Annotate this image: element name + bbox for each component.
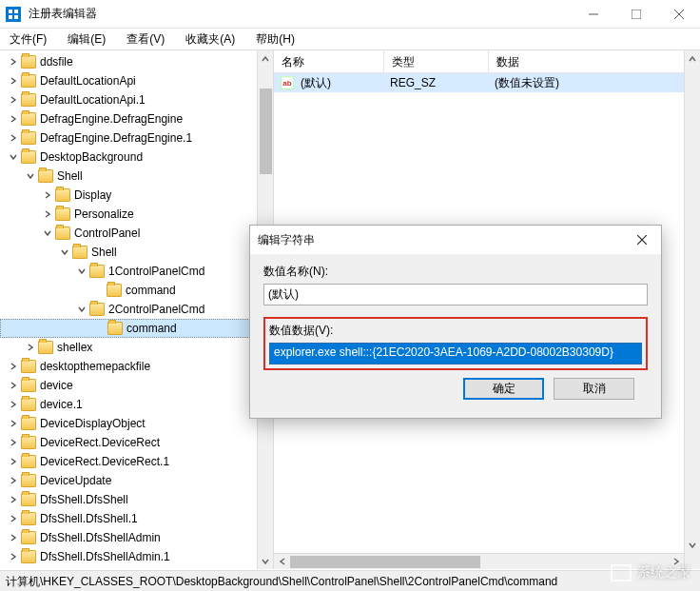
regedit-icon (6, 7, 21, 22)
chevron-down-icon[interactable] (42, 227, 53, 239)
chevron-right-icon[interactable] (42, 208, 53, 220)
chevron-right-icon[interactable] (8, 456, 19, 467)
menubar: 文件(F) 编辑(E) 查看(V) 收藏夹(A) 帮助(H) (0, 29, 700, 49)
folder-icon (21, 512, 36, 525)
chevron-down-icon[interactable] (8, 151, 19, 163)
folder-icon (21, 550, 36, 563)
tree-item-label: ControlPanel (74, 227, 140, 240)
menu-favorites[interactable]: 收藏夹(A) (182, 30, 239, 49)
chevron-down-icon[interactable] (59, 246, 70, 258)
chevron-down-icon[interactable] (25, 170, 36, 182)
list-vertical-scrollbar[interactable] (684, 50, 700, 569)
chevron-right-icon[interactable] (8, 113, 19, 125)
menu-file[interactable]: 文件(F) (6, 30, 50, 49)
tree-item-label: 1ControlPanelCmd (108, 265, 204, 278)
folder-icon (89, 265, 105, 278)
tree-item[interactable]: shellex (0, 338, 273, 357)
tree-view[interactable]: ddsfileDefaultLocationApiDefaultLocation… (0, 50, 273, 569)
tree-item[interactable]: Shell (0, 167, 273, 186)
tree-item[interactable]: Shell (0, 243, 273, 262)
value-name-input[interactable] (263, 284, 648, 305)
maximize-button[interactable] (614, 0, 657, 29)
tree-item[interactable]: DeviceUpdate (0, 471, 273, 490)
tree-item[interactable]: device.1 (0, 395, 273, 414)
tree-item[interactable]: DeviceDisplayObject (0, 414, 273, 433)
tree-item[interactable]: DfsShell.DfsShell (0, 490, 273, 509)
tree-item-label: desktopthemepackfile (40, 360, 150, 373)
tree-item[interactable]: ControlPanel (0, 224, 273, 243)
chevron-right-icon[interactable] (42, 189, 53, 201)
tree-item-label: 2ControlPanelCmd (108, 303, 204, 316)
chevron-right-icon[interactable] (8, 475, 19, 486)
chevron-right-icon[interactable] (25, 342, 36, 353)
dialog-close-button[interactable] (631, 235, 653, 245)
chevron-right-icon[interactable] (8, 94, 19, 106)
menu-edit[interactable]: 编辑(E) (64, 30, 109, 49)
chevron-right-icon[interactable] (8, 380, 19, 391)
tree-item[interactable]: DefragEngine.DefragEngine (0, 109, 273, 128)
close-button[interactable] (657, 0, 700, 29)
tree-item[interactable]: command (0, 281, 273, 300)
tree-item[interactable]: DefaultLocationApi.1 (0, 90, 273, 109)
chevron-right-icon[interactable] (8, 418, 19, 429)
chevron-right-icon[interactable] (8, 75, 19, 87)
chevron-right-icon[interactable] (8, 399, 19, 410)
tree-item-label: DeviceRect.DeviceRect.1 (40, 455, 169, 468)
col-type[interactable]: 类型 (384, 50, 489, 72)
chevron-right-icon[interactable] (8, 56, 19, 68)
tree-item-label: device.1 (40, 398, 83, 411)
value-data-input[interactable]: explorer.exe shell:::{21EC2020-3AEA-1069… (269, 343, 642, 364)
tree-item[interactable]: DfsShell.DfsShellAdmin (0, 528, 273, 547)
edit-string-dialog: 编辑字符串 数值名称(N): 数值数据(V): explorer.exe she… (249, 225, 662, 419)
chevron-right-icon[interactable] (8, 132, 19, 144)
minimize-button[interactable] (572, 0, 614, 29)
tree-item[interactable]: DfsShell.DfsShellAdmin.1 (0, 547, 273, 566)
tree-item[interactable]: command (0, 319, 273, 338)
folder-icon (21, 93, 36, 107)
folder-icon (38, 341, 53, 354)
tree-item[interactable]: Display (0, 186, 273, 205)
titlebar: 注册表编辑器 (0, 0, 700, 29)
dialog-titlebar[interactable]: 编辑字符串 (250, 226, 661, 254)
tree-item[interactable]: ddsfile (0, 52, 273, 71)
tree-item-label: DesktopBackground (40, 150, 143, 164)
chevron-down-icon[interactable] (76, 304, 88, 315)
tree-item[interactable]: DfsShell.DfsShell.1 (0, 509, 273, 528)
menu-help[interactable]: 帮助(H) (252, 30, 299, 49)
tree-item-label: DeviceDisplayObject (40, 417, 146, 430)
svg-rect-2 (9, 15, 12, 19)
cell-type: REG_SZ (390, 76, 495, 89)
chevron-right-icon[interactable] (8, 437, 19, 448)
folder-icon (21, 74, 36, 88)
menu-view[interactable]: 查看(V) (123, 30, 168, 49)
tree-item[interactable]: 2ControlPanelCmd (0, 300, 273, 319)
col-name[interactable]: 名称 (274, 50, 384, 72)
cancel-button[interactable]: 取消 (554, 378, 634, 400)
list-header: 名称 类型 数据 (274, 50, 700, 73)
folder-icon (21, 531, 36, 544)
tree-item[interactable]: DefaultLocationApi (0, 71, 273, 90)
chevron-right-icon[interactable] (8, 532, 19, 543)
list-row[interactable]: ab (默认) REG_SZ (数值未设置) (274, 73, 700, 92)
tree-item[interactable]: DesktopBackground (0, 148, 273, 167)
folder-icon (21, 55, 36, 69)
chevron-right-icon[interactable] (8, 494, 19, 505)
chevron-right-icon[interactable] (8, 361, 19, 372)
tree-item[interactable]: desktopthemepackfile (0, 357, 273, 376)
tree-item[interactable]: DefragEngine.DefragEngine.1 (0, 128, 273, 148)
tree-item[interactable]: device (0, 376, 273, 395)
chevron-right-icon[interactable] (8, 513, 19, 524)
tree-item[interactable]: DeviceRect.DeviceRect.1 (0, 452, 273, 471)
list-horizontal-scrollbar[interactable] (274, 553, 684, 569)
col-data[interactable]: 数据 (489, 50, 700, 72)
tree-item[interactable]: DeviceRect.DeviceRect (0, 433, 273, 452)
ok-button[interactable]: 确定 (463, 378, 544, 400)
tree-pane: ddsfileDefaultLocationApiDefaultLocation… (0, 50, 274, 569)
chevron-down-icon[interactable] (76, 266, 88, 277)
folder-icon (21, 360, 36, 373)
tree-item-label: shellex (57, 341, 92, 354)
chevron-right-icon[interactable] (8, 551, 19, 562)
tree-item[interactable]: Personalize (0, 205, 273, 224)
tree-item[interactable]: 1ControlPanelCmd (0, 262, 273, 281)
folder-icon (107, 322, 123, 335)
